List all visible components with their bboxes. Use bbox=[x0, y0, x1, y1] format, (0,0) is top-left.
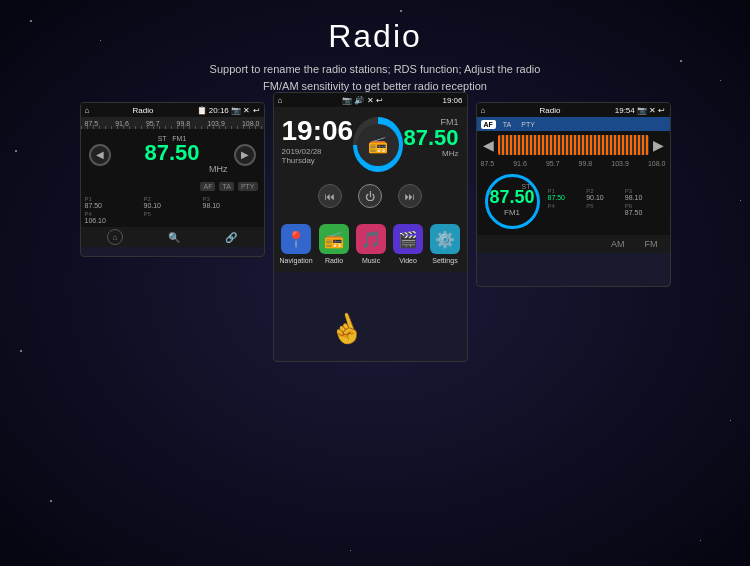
af-button[interactable]: AF bbox=[200, 182, 215, 191]
settings-icon: ⚙️ bbox=[430, 224, 460, 254]
nav-icon: 📍 bbox=[281, 224, 311, 254]
fm-label[interactable]: FM bbox=[645, 239, 658, 249]
radio-icon: 📻 bbox=[319, 224, 349, 254]
radio-inner-icon: 📻 bbox=[357, 124, 399, 166]
next-station-button[interactable]: ▶ bbox=[234, 144, 256, 166]
home-button-left[interactable]: ⌂ bbox=[107, 229, 123, 245]
date-display: 2019/02/28 bbox=[282, 147, 354, 156]
app-music[interactable]: 🎵 Music bbox=[354, 220, 389, 268]
screenshots-container: ⌂ Radio 📋 20:16 📷 ✕ ↩ 87.5 91.6 95.7 99.… bbox=[0, 102, 750, 362]
app-grid: 📍 Navigation 📻 Radio 🎵 Music 🎬 Video ⚙️ bbox=[274, 214, 467, 272]
freq-bar-left: 87.5 91.6 95.7 99.8 103.9 108.0 bbox=[81, 117, 264, 129]
am-fm-bar: AM FM bbox=[477, 235, 670, 253]
transport-controls: ⏮ ⏻ ⏭ bbox=[274, 178, 467, 214]
freq-middle: 87.50 bbox=[403, 127, 458, 149]
radio-progress-circle: 📻 bbox=[353, 117, 403, 172]
right-preset-p3[interactable]: P3 98.10 bbox=[625, 188, 662, 201]
preset-p2[interactable]: P2 90.10 bbox=[144, 196, 201, 209]
back-icon: ↩ bbox=[253, 106, 260, 115]
middle-main-area: 19:06 2019/02/28 Thursday 📻 FM1 87.50 MH… bbox=[274, 107, 467, 178]
speaker-icon-mid: 🔊 bbox=[354, 96, 364, 105]
frequency-left: 87.50 bbox=[117, 142, 228, 164]
middle-status-icons: 📷 🔊 ✕ ↩ bbox=[342, 96, 383, 105]
back-icon-mid: ↩ bbox=[376, 96, 383, 105]
search-icon[interactable]: 🔍 bbox=[168, 232, 180, 243]
screen-left: ⌂ Radio 📋 20:16 📷 ✕ ↩ 87.5 91.6 95.7 99.… bbox=[80, 102, 265, 257]
title-section: Radio Support to rename the radio statio… bbox=[0, 0, 750, 102]
power-button[interactable]: ⏻ bbox=[358, 184, 382, 208]
close-icon-right: ✕ bbox=[649, 106, 656, 115]
home-icon: ⌂ bbox=[85, 106, 90, 115]
bottom-bar-left: ⌂ 🔍 🔗 bbox=[81, 227, 264, 247]
pty-button-right[interactable]: PTY bbox=[518, 120, 538, 129]
af-button-right[interactable]: AF bbox=[481, 120, 496, 129]
right-icons: 19:54 📷 ✕ ↩ bbox=[615, 106, 666, 115]
radio-label: Radio bbox=[325, 257, 343, 264]
left-radio-main: ◀ ST FM1 87.50 MHz ▶ bbox=[81, 129, 264, 180]
middle-header: ⌂ 📷 🔊 ✕ ↩ 19:06 bbox=[274, 93, 467, 107]
subtitle: Support to rename the radio stations; RD… bbox=[10, 61, 740, 94]
right-preset-p5[interactable]: P5 bbox=[586, 203, 623, 216]
right-af-bar: AF TA PTY bbox=[477, 117, 670, 131]
skip-back-button[interactable]: ⏮ bbox=[318, 184, 342, 208]
preset-p3[interactable]: P3 98.10 bbox=[203, 196, 260, 209]
st-circle: ST 87.50 FM1 bbox=[485, 174, 540, 229]
camera-icon-right: 📷 bbox=[637, 106, 647, 115]
screen-right: ⌂ Radio 19:54 📷 ✕ ↩ AF TA PTY ◀ ▶ bbox=[476, 102, 671, 287]
ta-button[interactable]: TA bbox=[219, 182, 233, 191]
hand-cursor: ☝️ bbox=[324, 308, 368, 351]
time-display-left: 20:16 bbox=[209, 106, 229, 115]
right-title: Radio bbox=[540, 106, 561, 115]
bookmark-icon: 📋 bbox=[197, 106, 207, 115]
pty-button[interactable]: PTY bbox=[238, 182, 258, 191]
clock-display: 19:06 bbox=[282, 117, 354, 145]
nav-label: Navigation bbox=[280, 257, 313, 264]
home-icon-right: ⌂ bbox=[481, 106, 486, 115]
preset-p5[interactable]: P5 bbox=[144, 211, 201, 224]
app-video[interactable]: 🎬 Video bbox=[391, 220, 426, 268]
prev-station-button[interactable]: ◀ bbox=[89, 144, 111, 166]
left-title: Radio bbox=[132, 106, 153, 115]
preset-p4[interactable]: P4 106.10 bbox=[85, 211, 142, 224]
right-presets: P1 87.50 P2 90.10 P3 98.10 P4 bbox=[548, 188, 662, 216]
preset-p1[interactable]: P1 87.50 bbox=[85, 196, 142, 209]
music-label: Music bbox=[362, 257, 380, 264]
music-icon: 🎵 bbox=[356, 224, 386, 254]
app-navigation[interactable]: 📍 Navigation bbox=[278, 220, 315, 268]
settings-label: Settings bbox=[432, 257, 457, 264]
home-icon-mid: ⌂ bbox=[278, 96, 283, 105]
app-radio[interactable]: 📻 Radio bbox=[317, 220, 352, 268]
right-preset-p4[interactable]: P4 bbox=[548, 203, 585, 216]
right-preset-p1[interactable]: P1 87.50 bbox=[548, 188, 585, 201]
left-icons: 📋 20:16 📷 ✕ ↩ bbox=[197, 106, 260, 115]
app-settings[interactable]: ⚙️ Settings bbox=[428, 220, 463, 268]
camera-icon-mid: 📷 bbox=[342, 96, 352, 105]
left-header: ⌂ Radio 📋 20:16 📷 ✕ ↩ bbox=[81, 103, 264, 117]
right-header: ⌂ Radio 19:54 📷 ✕ ↩ bbox=[477, 103, 670, 117]
freq-display-left: ST FM1 87.50 MHz bbox=[117, 135, 228, 174]
time-mid: 19:06 bbox=[442, 96, 462, 105]
tuner-waveform bbox=[498, 135, 649, 155]
screen-middle: ⌂ 📷 🔊 ✕ ↩ 19:06 19:06 2019/02/28 Thursda… bbox=[273, 92, 468, 362]
right-preset-p2[interactable]: P2 90.10 bbox=[586, 188, 623, 201]
freq-block-right: FM1 87.50 MHz bbox=[403, 117, 458, 158]
right-tuner: ◀ ▶ bbox=[477, 131, 670, 159]
time-right: 19:54 bbox=[615, 106, 635, 115]
skip-fwd-button[interactable]: ⏭ bbox=[398, 184, 422, 208]
close-icon: ✕ bbox=[243, 106, 250, 115]
video-label: Video bbox=[399, 257, 417, 264]
ta-button-right[interactable]: TA bbox=[500, 120, 514, 129]
close-icon-mid: ✕ bbox=[367, 96, 374, 105]
video-icon: 🎬 bbox=[393, 224, 423, 254]
tuner-prev-button[interactable]: ◀ bbox=[483, 137, 494, 153]
camera-icon: 📷 bbox=[231, 106, 241, 115]
af-ta-bar: AF TA PTY bbox=[81, 180, 264, 193]
back-icon-right: ↩ bbox=[658, 106, 665, 115]
tuner-next-button[interactable]: ▶ bbox=[653, 137, 664, 153]
page-title: Radio bbox=[10, 18, 740, 55]
am-label[interactable]: AM bbox=[611, 239, 625, 249]
time-date-block: 19:06 2019/02/28 Thursday bbox=[282, 117, 354, 165]
right-preset-p6[interactable]: P6 87.50 bbox=[625, 203, 662, 216]
presets-left: P1 87.50 P2 90.10 P3 98.10 P4 106.10 P5 bbox=[81, 193, 264, 227]
link-icon: 🔗 bbox=[225, 232, 237, 243]
